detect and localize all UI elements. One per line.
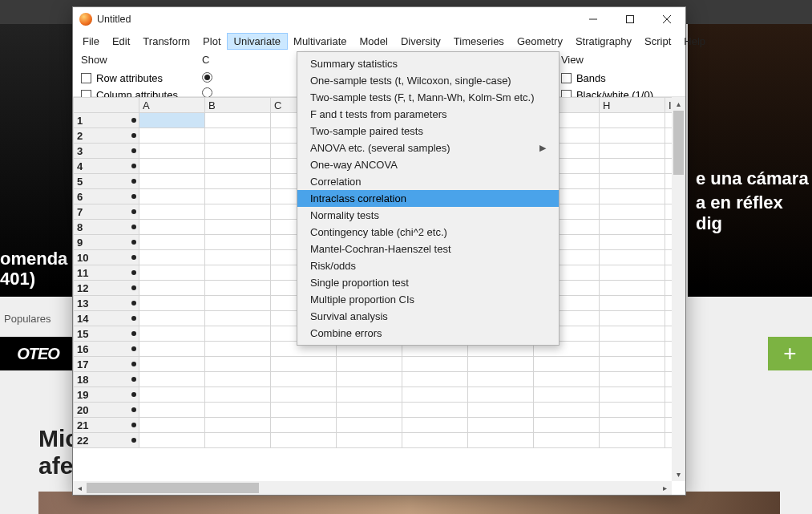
- menu-item[interactable]: Combine errors: [297, 325, 559, 342]
- cell[interactable]: [271, 387, 337, 403]
- cell[interactable]: [534, 387, 600, 403]
- menu-item[interactable]: Intraclass correlation: [297, 190, 559, 207]
- scroll-right-icon[interactable]: ▸: [658, 484, 672, 492]
- cell[interactable]: [600, 418, 665, 433]
- cell[interactable]: [600, 204, 665, 220]
- cell[interactable]: [600, 357, 665, 372]
- row-header[interactable]: 5: [74, 174, 139, 189]
- cell[interactable]: [337, 357, 402, 372]
- menu-item[interactable]: ANOVA etc. (several samples)▶: [297, 140, 559, 156]
- cell[interactable]: [205, 159, 271, 174]
- row-header[interactable]: 17: [74, 357, 139, 372]
- row-header[interactable]: 2: [74, 128, 139, 144]
- cell[interactable]: [468, 387, 534, 403]
- scroll-left-icon[interactable]: ◂: [73, 484, 87, 492]
- row-header[interactable]: 3: [74, 144, 139, 159]
- menu-stratigraphy[interactable]: Stratigraphy: [569, 34, 638, 49]
- cell[interactable]: [600, 296, 665, 311]
- cell[interactable]: [600, 311, 665, 326]
- cell[interactable]: [139, 326, 205, 342]
- row-header[interactable]: 1: [74, 113, 139, 128]
- row-header[interactable]: 10: [74, 250, 139, 265]
- cell[interactable]: [205, 235, 271, 250]
- menu-plot[interactable]: Plot: [196, 34, 227, 49]
- cell[interactable]: [205, 113, 271, 128]
- menu-help[interactable]: Help: [677, 34, 712, 49]
- cell[interactable]: [205, 250, 271, 265]
- cell[interactable]: [139, 418, 205, 433]
- column-header[interactable]: H: [600, 98, 665, 113]
- cell[interactable]: [205, 387, 271, 403]
- menu-item[interactable]: One-sample tests (t, Wilcoxon, single-ca…: [297, 72, 559, 89]
- menu-item[interactable]: Two-sample tests (F, t, Mann-Wh, Kolm-Sm…: [297, 89, 559, 106]
- cell[interactable]: [139, 144, 205, 159]
- scroll-track[interactable]: [87, 481, 658, 495]
- cell[interactable]: [468, 433, 534, 448]
- cell[interactable]: [205, 433, 271, 448]
- cell[interactable]: [271, 372, 337, 387]
- row-header[interactable]: 21: [74, 418, 139, 433]
- column-header[interactable]: B: [205, 98, 271, 113]
- cell[interactable]: [205, 357, 271, 372]
- cell[interactable]: [600, 235, 665, 250]
- cell[interactable]: [205, 342, 271, 357]
- scroll-down-icon[interactable]: ▾: [672, 467, 685, 481]
- menu-item[interactable]: Multiple proportion CIs: [297, 291, 559, 308]
- cell[interactable]: [468, 418, 534, 433]
- row-header[interactable]: 13: [74, 296, 139, 311]
- cell[interactable]: [402, 403, 468, 418]
- cell[interactable]: [205, 128, 271, 144]
- cell[interactable]: [402, 372, 468, 387]
- menu-geometry[interactable]: Geometry: [511, 34, 569, 49]
- cell[interactable]: [139, 403, 205, 418]
- cell[interactable]: [402, 418, 468, 433]
- row-header[interactable]: 9: [74, 235, 139, 250]
- cell[interactable]: [600, 433, 665, 448]
- scroll-thumb[interactable]: [673, 111, 684, 175]
- cell[interactable]: [139, 220, 205, 235]
- row-header[interactable]: 6: [74, 189, 139, 204]
- cell[interactable]: [205, 296, 271, 311]
- row-header[interactable]: 14: [74, 311, 139, 326]
- horizontal-scrollbar[interactable]: ◂ ▸: [73, 481, 672, 495]
- menu-script[interactable]: Script: [638, 34, 677, 49]
- cell[interactable]: [205, 265, 271, 281]
- cell[interactable]: [139, 342, 205, 357]
- cell[interactable]: [534, 372, 600, 387]
- cell[interactable]: [139, 235, 205, 250]
- cell[interactable]: [600, 189, 665, 204]
- menu-univariate[interactable]: Univariate: [228, 34, 288, 49]
- cell[interactable]: [271, 433, 337, 448]
- row-header[interactable]: 11: [74, 265, 139, 281]
- row-header[interactable]: 20: [74, 403, 139, 418]
- cell[interactable]: [271, 403, 337, 418]
- cell[interactable]: [205, 174, 271, 189]
- cell[interactable]: [337, 403, 402, 418]
- cell[interactable]: [402, 433, 468, 448]
- checkbox-row-attributes[interactable]: Row attributes: [81, 72, 178, 84]
- cell[interactable]: [600, 281, 665, 296]
- row-header[interactable]: 18: [74, 372, 139, 387]
- row-header[interactable]: 4: [74, 159, 139, 174]
- vertical-scrollbar[interactable]: ▴ ▾: [672, 97, 685, 481]
- column-header[interactable]: A: [139, 98, 205, 113]
- cell[interactable]: [139, 128, 205, 144]
- menu-transform[interactable]: Transform: [136, 34, 196, 49]
- cell[interactable]: [139, 113, 205, 128]
- corner-cell[interactable]: [74, 98, 139, 113]
- cell[interactable]: [271, 357, 337, 372]
- cell[interactable]: [139, 265, 205, 281]
- menu-diversity[interactable]: Diversity: [394, 34, 447, 49]
- cell[interactable]: [402, 357, 468, 372]
- menu-item[interactable]: F and t tests from parameters: [297, 106, 559, 123]
- cell[interactable]: [271, 418, 337, 433]
- row-header[interactable]: 19: [74, 387, 139, 403]
- cell[interactable]: [205, 189, 271, 204]
- cell[interactable]: [468, 372, 534, 387]
- cell[interactable]: [600, 250, 665, 265]
- cell[interactable]: [205, 204, 271, 220]
- menu-multivariate[interactable]: Multivariate: [287, 34, 353, 49]
- cell[interactable]: [139, 372, 205, 387]
- checkbox-bands[interactable]: Bands: [561, 72, 653, 84]
- scroll-thumb[interactable]: [87, 483, 259, 493]
